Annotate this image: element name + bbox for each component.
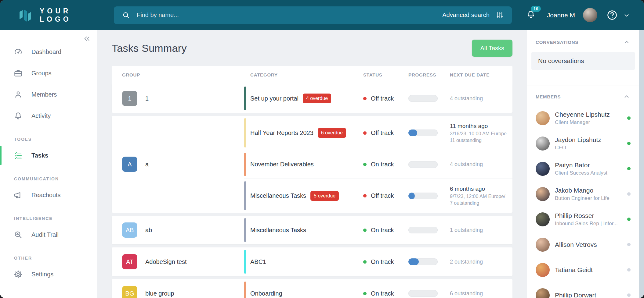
progress-cell [402, 193, 444, 199]
presence-dot-icon [627, 116, 631, 120]
section-label-other: OTHER [14, 256, 97, 261]
category-cell: Miscellaneous Tasks5 overdue [244, 179, 357, 213]
notifications-button[interactable]: 16 [526, 9, 536, 21]
task-row[interactable]: Miscellaneous Tasks5 overdueOff track6 m… [244, 179, 512, 213]
task-row[interactable]: Half Year Reports 20236 overdueOff track… [244, 116, 512, 150]
group-cell: Aa [112, 116, 244, 213]
member-role: Button Engineer for Life [555, 195, 610, 201]
status-cell: On track [357, 227, 402, 234]
overdue-badge: 6 overdue [318, 128, 346, 138]
sidebar-item-members[interactable]: Members [0, 84, 97, 105]
progress-fill [408, 129, 417, 136]
user-avatar[interactable] [583, 8, 597, 22]
members-title: MEMBERS [536, 94, 561, 99]
sidebar-item-settings[interactable]: Settings [0, 264, 97, 285]
member-avatar [536, 238, 550, 252]
audit-trail-icon [13, 230, 23, 239]
status-cell: Off track [357, 129, 402, 137]
outstanding-count: 4 outstanding [450, 161, 512, 168]
table-header-row: GROUPCATEGORYSTATUSPROGRESSNEXT DUE DATE [112, 66, 512, 84]
outstanding-count: 1 outstanding [450, 227, 512, 233]
member-name: Jaydon Lipshutz [555, 136, 601, 144]
logo-text: YOUR LOGO [40, 7, 71, 23]
task-row[interactable]: OnboardingOn track6 outstanding [244, 279, 512, 298]
search-bar[interactable]: Advanced search [114, 6, 512, 24]
vertical-scrollbar[interactable] [639, 30, 644, 298]
category-label: ABC1 [250, 258, 266, 265]
category-label: November Deliverables [250, 161, 314, 168]
group-cell: BGblue group [112, 279, 244, 298]
progress-bar [408, 129, 438, 136]
progress-bar [408, 95, 438, 102]
all-tasks-button[interactable]: All Tasks [472, 40, 512, 57]
sidebar-item-audit-trail[interactable]: Audit Trail [0, 224, 97, 245]
member-avatar [536, 187, 550, 201]
member-item-phillip-rosser[interactable]: Phillip RosserInbound Sales Rep | Infor.… [531, 207, 635, 232]
chevron-down-icon[interactable] [623, 11, 631, 19]
task-row[interactable]: Miscellaneous TasksOn track1 outstanding [244, 216, 512, 244]
logo[interactable]: YOUR LOGO [18, 7, 114, 23]
column-header-group: GROUP [112, 72, 244, 77]
logo-line-2: LOGO [40, 15, 71, 23]
member-name: Allison Vetrovs [555, 241, 597, 248]
category-label: Miscellaneous Tasks [250, 227, 306, 234]
settings-icon [13, 270, 23, 279]
conversations-header: CONVERSATIONS [531, 38, 635, 46]
no-conversations-box: No coversations [531, 52, 635, 70]
category-cell: Miscellaneous Tasks [244, 216, 357, 244]
group-avatar: BG [122, 286, 137, 298]
member-item-paityn-bator[interactable]: Paityn BatorClient Success Analyst [531, 156, 635, 181]
status-label: Off track [371, 95, 394, 102]
presence-dot-icon [627, 293, 631, 297]
member-avatar [536, 111, 550, 125]
group-avatar: AB [122, 222, 137, 238]
advanced-search-button[interactable]: Advanced search [442, 12, 490, 19]
category-cell: Onboarding [244, 279, 357, 298]
member-item-jakob-mango[interactable]: Jakob MangoButton Engineer for Life [531, 181, 635, 207]
member-role: CEO [555, 145, 601, 151]
task-row[interactable]: Set up your portal4 overdueOff track4 ou… [244, 84, 512, 113]
activity-icon [13, 111, 23, 121]
help-icon[interactable] [606, 9, 618, 21]
member-item-jaydon-lipshutz[interactable]: Jaydon LipshutzCEO [531, 131, 635, 156]
member-name: Phillip Dorwart [555, 292, 596, 298]
overdue-badge: 4 overdue [303, 94, 331, 103]
task-group-card: AaHalf Year Reports 20236 overdueOff tra… [112, 116, 512, 213]
member-item-phillip-dorwart[interactable]: Phillip Dorwart [531, 282, 635, 298]
presence-dot-icon [627, 243, 631, 246]
sidebar-item-activity[interactable]: Activity [0, 105, 97, 126]
group-name: AdobeSign test [145, 258, 187, 265]
status-label: On track [371, 290, 394, 297]
status-cell: On track [357, 258, 402, 265]
sidebar-item-reachouts[interactable]: Reachouts [0, 184, 97, 206]
member-item-allison-vetrovs[interactable]: Allison Vetrovs [531, 232, 635, 257]
sidebar-item-tasks[interactable]: Tasks [0, 145, 97, 166]
progress-cell [402, 227, 444, 233]
status-cell: On track [357, 161, 402, 168]
due-date-detail: 9/7/23, 12:00 AM Europe/ [450, 194, 512, 199]
column-header-category: CATEGORY [244, 72, 357, 77]
member-item-tatiana-geidt[interactable]: Tatiana Geidt [531, 257, 635, 282]
search-input[interactable] [136, 11, 442, 19]
task-row[interactable]: ABC1On track2 outstanding [244, 247, 512, 276]
sidebar-item-dashboard[interactable]: Dashboard [0, 41, 97, 62]
task-row[interactable]: November DeliverablesOn track4 outstandi… [244, 150, 512, 179]
progress-bar [408, 227, 438, 233]
progress-cell [402, 95, 444, 102]
outstanding-count: 6 outstanding [450, 290, 512, 297]
chevron-up-icon[interactable] [623, 93, 631, 101]
due-date-cell: 1 outstanding [444, 227, 512, 233]
chevron-up-icon[interactable] [623, 38, 631, 46]
due-date-cell: 6 outstanding [444, 290, 512, 297]
group-avatar: AT [122, 254, 137, 269]
member-item-cheyenne-lipshutz[interactable]: Cheyenne LipshutzClient Manager [531, 105, 635, 131]
category-rows: Miscellaneous TasksOn track1 outstanding [244, 216, 512, 244]
sliders-icon[interactable] [496, 11, 504, 19]
table-body: 11Set up your portal4 overdueOff track4 … [112, 84, 512, 298]
category-rows: Set up your portal4 overdueOff track4 ou… [244, 84, 512, 113]
status-cell: Off track [357, 192, 402, 199]
member-avatar [536, 137, 550, 151]
sidebar-item-groups[interactable]: Groups [0, 62, 97, 84]
member-avatar [536, 212, 550, 226]
member-text: Tatiana Geidt [555, 266, 593, 274]
